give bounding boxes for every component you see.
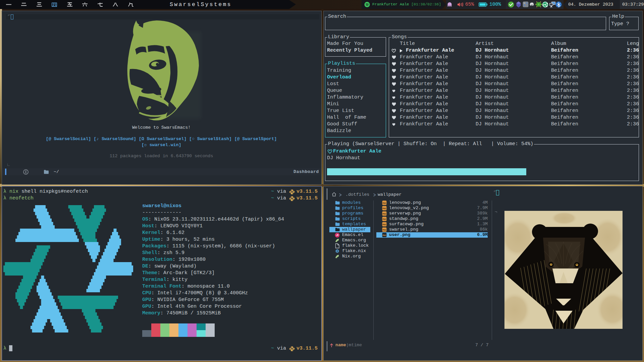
svg-text:PNG: PNG xyxy=(382,234,386,236)
svg-text:PNG: PNG xyxy=(382,207,386,209)
svg-text:PNG: PNG xyxy=(382,213,386,215)
svg-text:PNG: PNG xyxy=(382,229,386,231)
svg-text:PNG: PNG xyxy=(382,218,386,220)
svg-text:PNG: PNG xyxy=(382,224,386,226)
svg-text:PNG: PNG xyxy=(382,202,386,204)
